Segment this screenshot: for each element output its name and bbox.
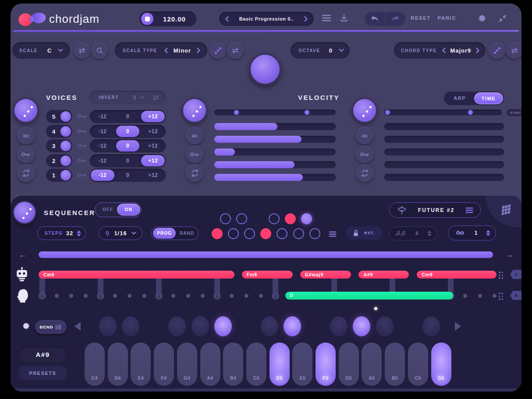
key-lock-icon[interactable]	[77, 172, 87, 180]
key-D6[interactable]: D6	[431, 343, 451, 386]
time-refresh-button[interactable]	[356, 164, 373, 182]
key-G5[interactable]: G5	[339, 343, 359, 386]
voice-1-toggle[interactable]: 1	[46, 169, 72, 182]
note-circle-C#[interactable]	[220, 213, 231, 224]
voice-3-toggle[interactable]: 3	[46, 139, 72, 152]
scale-type-swap-button[interactable]	[227, 42, 244, 59]
key-F5[interactable]: F5	[316, 343, 336, 386]
velocity-refresh-button[interactable]	[186, 164, 203, 182]
voices-key-lock-button[interactable]	[17, 145, 35, 163]
invert-swap-icon[interactable]	[152, 95, 160, 101]
black-key-G#5[interactable]	[353, 316, 370, 336]
chord-block-Cm9[interactable]: Cm9	[417, 271, 497, 279]
steps-control[interactable]: STEPS 32	[37, 226, 86, 240]
undo-button[interactable]	[365, 12, 385, 26]
invert-control[interactable]: INVERT 0	[90, 91, 166, 104]
bpm-value[interactable]: 120.00	[156, 15, 193, 23]
velocity-range-slider[interactable]	[214, 109, 336, 115]
chord-block-G#maj9[interactable]: G#maj9	[300, 271, 351, 279]
chord-row-drag-handle[interactable]	[499, 272, 503, 279]
black-key-D#5[interactable]	[284, 316, 301, 336]
voices-refresh-button[interactable]	[17, 164, 35, 182]
black-key-F#5[interactable]	[330, 316, 348, 336]
velocity-slider-4[interactable]	[214, 161, 336, 168]
transpose-option-0[interactable]: 0	[116, 111, 140, 122]
velocity-dice-knob[interactable]	[182, 98, 207, 123]
octave-selector[interactable]: OCTAVE 0	[291, 42, 350, 59]
rand-option[interactable]: RAND	[180, 231, 194, 236]
quantize-control[interactable]: Q 1/16	[99, 226, 142, 240]
key-B4[interactable]: B4	[223, 343, 243, 386]
seq-back-arrow[interactable]: ←	[18, 251, 27, 258]
transpose-option--12[interactable]: -12	[91, 111, 114, 122]
voices-infinity-button[interactable]: ∞	[17, 127, 35, 144]
note-circle-E[interactable]	[244, 228, 255, 239]
black-key-C#4[interactable]	[99, 316, 117, 336]
key-C6[interactable]: C6	[408, 343, 428, 386]
key-lock-icon[interactable]	[77, 128, 87, 136]
steps-stepper[interactable]	[77, 230, 81, 237]
velocity-slider-5[interactable]	[214, 174, 336, 181]
note-circle-D#[interactable]	[236, 213, 247, 224]
velocity-slider-3[interactable]	[214, 148, 336, 155]
transpose-option--12[interactable]: -12	[91, 169, 114, 181]
presets-button[interactable]: PRESETS	[18, 366, 67, 380]
note-circle-C[interactable]	[212, 228, 223, 239]
chord-type-next-icon[interactable]	[476, 48, 479, 53]
sequence-progress-bar[interactable]	[39, 251, 493, 258]
human-head-icon[interactable]	[16, 289, 28, 305]
bend-gear-icon[interactable]	[22, 322, 30, 332]
velocity-slider-1[interactable]	[214, 123, 336, 130]
rate-stepper[interactable]	[427, 230, 432, 237]
range-handle[interactable]	[305, 110, 309, 115]
bend-toggle[interactable]: BEND	[35, 320, 67, 334]
transpose-option-0[interactable]: 0	[116, 155, 140, 166]
transpose-option-+12[interactable]: +12	[141, 155, 165, 166]
loop-stepper[interactable]	[486, 230, 490, 236]
transpose-option--12[interactable]: -12	[91, 155, 114, 166]
black-key-D#4[interactable]	[122, 316, 139, 336]
transpose-option-0[interactable]: 0	[116, 126, 140, 137]
velocity-key-lock-button[interactable]	[186, 145, 203, 163]
time-slider-3[interactable]	[384, 148, 504, 155]
redo-button[interactable]	[385, 12, 405, 26]
voice-5-toggle[interactable]: 5	[46, 110, 72, 123]
note-circle-A[interactable]	[293, 228, 304, 239]
chord-type-value[interactable]: Major9	[450, 47, 471, 54]
sequencer-preset-pill[interactable]: FUTURE #2	[389, 202, 481, 218]
on-option-selected[interactable]: ON	[117, 204, 140, 215]
black-key-G#4[interactable]	[192, 316, 209, 336]
note-circle-F#[interactable]	[269, 213, 280, 224]
chord-type-swap-button[interactable]	[506, 42, 521, 59]
time-range-slider[interactable]	[384, 109, 502, 115]
voice-on-indicator[interactable]	[60, 170, 71, 180]
prog-option-selected[interactable]: PROG	[153, 228, 176, 239]
chord-notes-menu-icon[interactable]	[329, 231, 337, 239]
sequencer-dice-knob[interactable]	[13, 201, 36, 224]
key-lock-icon[interactable]	[77, 142, 87, 151]
preset-next-icon[interactable]	[304, 16, 308, 21]
transpose-option-+12[interactable]: +12	[141, 169, 165, 181]
scale-swap-button[interactable]	[74, 42, 90, 59]
keyboard-scroll-left[interactable]	[74, 322, 81, 331]
note-circle-B[interactable]	[309, 228, 320, 239]
chord-block-A#9[interactable]: A#9	[358, 271, 409, 279]
search-icon[interactable]	[91, 42, 108, 59]
gear-icon[interactable]	[478, 14, 486, 23]
range-handle[interactable]	[385, 110, 390, 115]
preset-prev-icon[interactable]	[225, 16, 229, 21]
seq-forward-arrow[interactable]: →	[505, 251, 514, 258]
key-G4[interactable]: G4	[177, 343, 197, 386]
preset-menu-icon[interactable]	[465, 207, 473, 213]
scale-type-next-icon[interactable]	[197, 48, 200, 53]
key-F4[interactable]: F4	[154, 343, 174, 386]
key-D5[interactable]: D5	[270, 343, 290, 386]
reset-button[interactable]: RESET	[408, 15, 434, 21]
velocity-infinity-button[interactable]: ∞	[186, 127, 203, 144]
scale-selector[interactable]: SCALE C	[12, 42, 70, 59]
black-key-F#4[interactable]	[168, 316, 186, 336]
time-slider-4[interactable]	[384, 161, 504, 168]
note-circle-F[interactable]	[260, 228, 271, 239]
key-A5[interactable]: A5	[362, 343, 382, 386]
chord-type-dice-button[interactable]	[489, 42, 505, 59]
